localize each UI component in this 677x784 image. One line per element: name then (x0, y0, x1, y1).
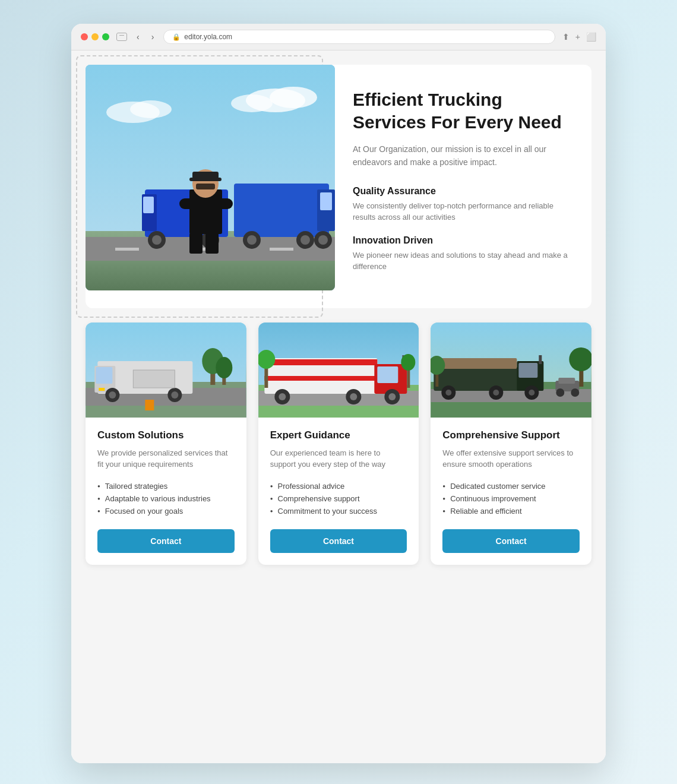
traffic-lights (81, 33, 109, 40)
card-comprehensive-title: Comprehensive Support (442, 429, 580, 441)
svg-point-81 (446, 390, 452, 396)
card-comprehensive-contact-button[interactable]: Contact (442, 529, 580, 553)
card-comprehensive-image (431, 323, 591, 418)
back-button[interactable]: ‹ (134, 31, 142, 43)
feature-quality-title: Quality Assurance (353, 186, 568, 197)
card-expert-desc: Our experienced team is here to support … (270, 447, 407, 470)
add-tab-icon[interactable]: + (575, 32, 580, 42)
forward-button[interactable]: › (149, 31, 157, 43)
hero-content: Efficient Trucking Services For Every Ne… (335, 65, 591, 308)
svg-rect-11 (234, 184, 329, 237)
card-comprehensive-body: Comprehensive Support We offer extensive… (431, 418, 591, 565)
hero-image (86, 65, 335, 290)
svg-point-52 (216, 357, 232, 378)
card-expert-body: Expert Guidance Our experienced team is … (258, 418, 419, 565)
svg-rect-42 (99, 388, 105, 391)
toolbar-actions: ⬆ + ⬜ (562, 32, 596, 42)
card-comprehensive-image-svg (431, 323, 591, 418)
maximize-button[interactable] (102, 33, 109, 40)
card-comprehensive-list: Dedicated customer service Continuous im… (442, 480, 580, 517)
card-custom: Custom Solutions We provide personalized… (86, 323, 246, 565)
svg-point-89 (571, 388, 580, 397)
svg-rect-35 (205, 233, 219, 254)
url-text: editor.yola.com (184, 33, 232, 41)
tabs-icon[interactable] (116, 33, 127, 41)
list-item: Adaptable to various industries (97, 492, 235, 505)
browser-content: Efficient Trucking Services For Every Ne… (71, 50, 606, 763)
feature-innovation-title: Innovation Driven (353, 235, 568, 246)
svg-rect-48 (145, 400, 154, 410)
hero-image-wrapper (86, 65, 335, 308)
svg-point-63 (279, 393, 286, 400)
hero-subtitle: At Our Organization, our mission is to e… (353, 143, 568, 169)
card-comprehensive-desc: We offer extensive support services to e… (442, 447, 580, 470)
svg-rect-77 (519, 363, 538, 378)
svg-point-24 (152, 235, 162, 245)
hero-image-svg (86, 65, 335, 290)
svg-point-46 (171, 391, 178, 399)
svg-rect-57 (264, 359, 377, 365)
card-custom-body: Custom Solutions We provide personalized… (86, 418, 246, 565)
svg-rect-32 (196, 184, 215, 189)
extensions-icon[interactable]: ⬜ (586, 32, 596, 42)
list-item: Reliable and efficient (442, 505, 580, 517)
card-custom-list: Tailored strategies Adaptable to various… (97, 480, 235, 517)
share-icon[interactable]: ⬆ (562, 32, 570, 42)
svg-rect-60 (377, 366, 398, 383)
svg-point-83 (493, 390, 499, 396)
hero-title: Efficient Trucking Services For Every Ne… (353, 88, 568, 133)
svg-point-3 (231, 94, 273, 112)
card-expert-title: Expert Guidance (270, 429, 407, 441)
lock-icon: 🔒 (172, 33, 181, 41)
svg-point-5 (130, 100, 172, 118)
card-custom-desc: We provide personalized services that fi… (97, 447, 235, 470)
list-item: Continuous improvement (442, 492, 580, 505)
feature-innovation: Innovation Driven We pioneer new ideas a… (353, 235, 568, 273)
svg-point-15 (247, 235, 257, 245)
svg-point-67 (388, 393, 396, 400)
card-expert: Expert Guidance Our experienced team is … (258, 323, 419, 565)
svg-rect-79 (539, 355, 542, 364)
cards-section: Custom Solutions We provide personalized… (86, 323, 591, 565)
card-custom-title: Custom Solutions (97, 429, 235, 441)
list-item: Tailored strategies (97, 480, 235, 492)
list-item: Professional advice (270, 480, 407, 492)
feature-innovation-desc: We pioneer new ideas and solutions to st… (353, 249, 568, 273)
svg-rect-31 (189, 178, 222, 181)
svg-rect-28 (179, 198, 233, 209)
card-expert-image-svg (258, 323, 419, 418)
svg-rect-13 (320, 192, 332, 210)
svg-point-85 (529, 390, 535, 396)
svg-rect-22 (143, 197, 154, 213)
minimize-button[interactable] (91, 33, 99, 40)
card-custom-contact-button[interactable]: Contact (97, 529, 235, 553)
card-expert-contact-button[interactable]: Contact (270, 529, 407, 553)
svg-point-17 (300, 235, 310, 245)
svg-rect-10 (270, 248, 293, 251)
svg-rect-87 (559, 378, 575, 384)
list-item: Commitment to your success (270, 505, 407, 517)
list-item: Focused on your goals (97, 505, 235, 517)
list-item: Comprehensive support (270, 492, 407, 505)
list-item: Dedicated customer service (442, 480, 580, 492)
svg-point-71 (401, 354, 415, 371)
close-button[interactable] (81, 33, 88, 40)
card-comprehensive: Comprehensive Support We offer extensive… (431, 323, 591, 565)
svg-rect-78 (440, 358, 517, 369)
svg-point-44 (109, 391, 116, 399)
svg-point-2 (270, 87, 317, 108)
svg-point-19 (318, 235, 328, 245)
card-custom-image (86, 323, 246, 418)
card-custom-image-svg (86, 323, 246, 418)
browser-toolbar: ‹ › 🔒 editor.yola.com ⬆ + ⬜ (71, 24, 606, 50)
feature-quality-desc: We consistently deliver top-notch perfor… (353, 200, 568, 223)
hero-section: Efficient Trucking Services For Every Ne… (86, 65, 591, 308)
svg-rect-8 (115, 248, 139, 251)
address-bar[interactable]: 🔒 editor.yola.com (163, 30, 555, 44)
browser-window: ‹ › 🔒 editor.yola.com ⬆ + ⬜ (71, 24, 606, 763)
svg-rect-58 (264, 376, 377, 381)
feature-quality: Quality Assurance We consistently delive… (353, 186, 568, 223)
card-expert-list: Professional advice Comprehensive suppor… (270, 480, 407, 517)
svg-rect-47 (133, 370, 175, 388)
card-expert-image (258, 323, 419, 418)
